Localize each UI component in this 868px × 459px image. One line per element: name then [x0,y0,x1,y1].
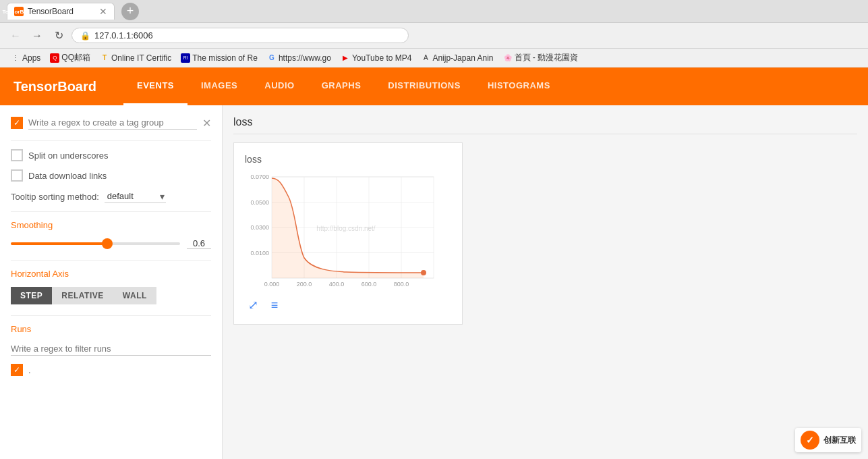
svg-text:400.0: 400.0 [329,281,345,288]
data-download-row: Data download links [11,169,211,182]
data-download-label: Data download links [28,171,107,181]
smoothing-section: Smoothing 0.6 [11,220,211,249]
chart-area: 0.0700 0.0500 0.0300 0.0100 0.000 200.0 … [245,170,451,292]
bookmark-favicon: ▶ [341,53,350,63]
forward-button[interactable]: → [28,27,46,45]
run-checkbox[interactable]: ✓ [11,364,23,376]
tag-group-row: ✓ ✕ [11,116,211,130]
bookmark-google[interactable]: G https://www.go [263,52,335,64]
run-item-dot: ✓ . [11,364,211,376]
chart-card: loss 0.0700 [233,142,463,325]
bookmark-qq[interactable]: Q QQ邮箱 [46,51,94,65]
svg-text:0.0300: 0.0300 [250,224,269,231]
split-underscores-row: Split on underscores [11,149,211,161]
bookmarks-bar: ⋮ Apps Q QQ邮箱 T Online IT Certific RI Th… [0,49,868,68]
sidebar-divider-1 [11,140,211,141]
bookmark-anijp[interactable]: A Anijp-Japan Anin [417,52,497,64]
chart-title: loss [245,154,451,165]
svg-text:0.0500: 0.0500 [250,199,269,206]
smoothing-slider-track[interactable] [11,242,180,245]
nav-item-distributions[interactable]: DISTRIBUTIONS [374,68,474,105]
address-text: 127.0.1.1:6006 [94,30,153,40]
svg-text:0.000: 0.000 [264,281,280,288]
nav-item-events[interactable]: EVENTS [123,68,187,105]
smoothing-slider-thumb[interactable] [102,238,113,249]
svg-text:800.0: 800.0 [394,281,409,288]
sidebar-divider-2 [11,211,211,212]
bookmark-label: Online IT Certific [111,53,171,63]
bookmark-youtube[interactable]: ▶ YouTube to MP4 [337,52,416,64]
nav-item-histograms[interactable]: HISTOGRAMS [474,68,564,105]
horizontal-axis-section: Horizontal Axis STEP RELATIVE WALL [11,269,211,304]
bookmark-label: https://www.go [279,53,331,63]
svg-text:http://blog.csdn.net/: http://blog.csdn.net/ [316,225,376,232]
split-underscores-label: Split on underscores [28,151,109,161]
tb-sidebar: ✓ ✕ Split on underscores Data download l… [0,105,223,459]
svg-text:0.0700: 0.0700 [250,173,269,180]
runs-label: Runs [11,324,211,334]
tab-title: TensorBoard [28,7,74,16]
smoothing-value[interactable]: 0.6 [187,238,211,249]
smoothing-label: Smoothing [11,220,211,230]
expand-chart-button[interactable]: ⤢ [245,297,261,313]
tag-group-clear-button[interactable]: ✕ [202,117,211,130]
svg-text:600.0: 600.0 [361,281,377,288]
bookmark-label: Apps [22,53,40,63]
tab-favicon: TensorBoard [14,7,24,16]
axis-buttons-group: STEP RELATIVE WALL [11,287,211,304]
split-underscores-checkbox[interactable] [11,149,23,161]
tb-logo: TensorBoard [13,79,96,94]
sidebar-divider-3 [11,260,211,261]
bookmark-label: The mission of Re [192,53,258,63]
smoothing-slider-row: 0.6 [11,238,211,249]
runs-section: Runs ✓ . [11,324,211,376]
svg-text:200.0: 200.0 [297,281,312,288]
axis-btn-step[interactable]: STEP [11,287,52,304]
nav-item-audio[interactable]: AUDIO [251,68,308,105]
horizontal-axis-label: Horizontal Axis [11,269,211,279]
new-tab-button[interactable]: + [121,3,139,20]
nav-item-graphs[interactable]: GRAPHS [308,68,375,105]
tb-main: ✓ ✕ Split on underscores Data download l… [0,105,868,459]
axis-btn-wall[interactable]: WALL [113,287,156,304]
axis-btn-relative[interactable]: RELATIVE [52,287,113,304]
chart-menu-button[interactable]: ≡ [266,297,283,313]
watermark-logo: ✓ 创新互联 [795,428,861,452]
tb-nav: EVENTS IMAGES AUDIO GRAPHS DISTRIBUTIONS… [123,68,564,105]
nav-item-images[interactable]: IMAGES [187,68,251,105]
lock-icon: 🔒 [80,31,90,40]
sidebar-divider-4 [11,315,211,316]
smoothing-slider-fill [11,242,107,245]
back-button[interactable]: ← [7,27,24,45]
address-bar[interactable]: 🔒 127.0.1.1:6006 [71,28,409,43]
tag-group-input[interactable] [28,116,197,130]
tag-group-checkbox[interactable]: ✓ [11,117,23,129]
tb-content: loss loss [223,105,868,459]
bookmark-favicon: Q [50,53,59,63]
bookmark-favicon: 🌸 [503,53,513,63]
bookmark-apps[interactable]: ⋮ Apps [7,52,45,64]
bookmark-label: Anijp-Japan Anin [432,53,493,63]
tooltip-sorting-label: Tooltip sorting method: [11,192,99,202]
browser-tab[interactable]: TensorBoard TensorBoard ✕ [7,3,115,20]
svg-point-19 [421,270,426,275]
chart-actions: ⤢ ≡ [245,297,451,313]
bookmark-favicon: ⋮ [11,53,20,63]
refresh-button[interactable]: ↻ [50,27,67,45]
runs-filter-input[interactable] [11,342,211,356]
bookmark-ri[interactable]: RI The mission of Re [177,52,262,64]
bookmark-label: YouTube to MP4 [352,53,412,63]
bookmark-favicon: G [267,53,277,63]
data-download-checkbox[interactable] [11,169,23,182]
tb-header: TensorBoard EVENTS IMAGES AUDIO GRAPHS D… [0,68,868,105]
bookmark-favicon: RI [181,53,190,63]
browser-nav-bar: ← → ↻ 🔒 127.0.1.1:6006 [0,23,868,49]
tooltip-sorting-select[interactable]: default ascending descending nearest [105,190,166,203]
bookmark-label: 首頁 - 動漫花園資 [515,52,579,63]
bookmark-it[interactable]: T Online IT Certific [96,52,175,64]
tab-close-button[interactable]: ✕ [99,6,107,17]
section-title: loss [233,116,857,134]
browser-title-bar: TensorBoard TensorBoard ✕ + [0,0,868,23]
bookmark-favicon: A [421,53,430,63]
bookmark-dmhg[interactable]: 🌸 首頁 - 動漫花園資 [499,51,583,65]
